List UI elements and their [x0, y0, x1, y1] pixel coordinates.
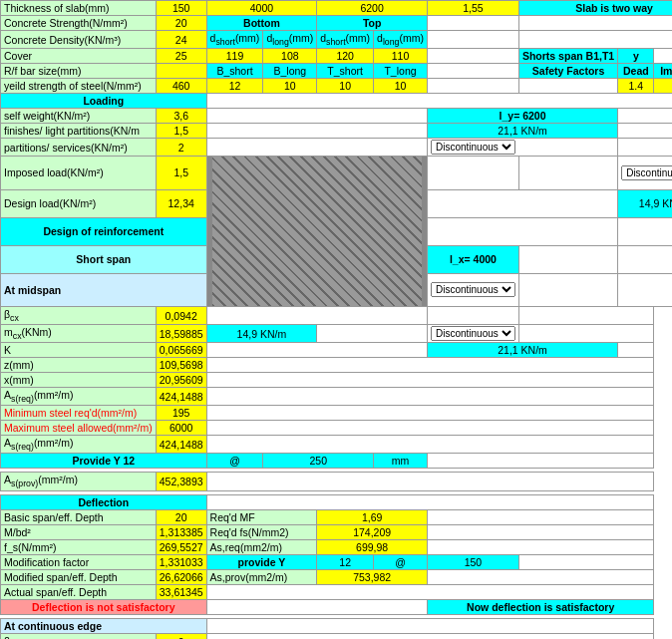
t-long-val: 10: [374, 79, 428, 94]
safety-factors-label: Safety Factors: [518, 64, 617, 79]
as-req2-label: As(req)(mm²/m): [1, 436, 157, 454]
empty49: [206, 618, 654, 633]
self-weight-val: 3,6: [156, 109, 206, 124]
bottom-label: Bottom: [206, 16, 317, 31]
empty29: [317, 325, 428, 343]
disc-dropdown2[interactable]: Discontinuous Continuous: [431, 282, 515, 297]
disc-dropdown1-cell[interactable]: Discontinuous Continuous: [427, 139, 617, 157]
req-fs-label: Req'd fs(N/mm2): [206, 524, 317, 539]
empty48: [206, 599, 427, 614]
at-sym: @: [206, 454, 263, 469]
disc-dropdown1[interactable]: Discontinuous Continuous: [431, 140, 515, 155]
as-req-defl-val: 699,98: [317, 539, 428, 554]
loading-header: Loading: [1, 94, 207, 109]
disc-right-dropdown-cell[interactable]: Discontinuous Continuous: [618, 157, 672, 190]
max-steel-label: Maximum steel allowed(mm²/m): [1, 421, 157, 436]
not-satisfactory: Deflection is not satisfactory: [1, 599, 207, 614]
conc-strength-label: Concrete Strength(N/mm²): [1, 16, 157, 31]
mbd2-label: M/bd²: [1, 524, 157, 539]
ly-kn: 21,1 KN/m: [427, 124, 617, 139]
t-short-val: 10: [317, 79, 374, 94]
empty23: [618, 245, 672, 273]
empty9: [518, 79, 617, 94]
as-prov-val: 452,3893: [156, 473, 206, 490]
empty3: [427, 31, 518, 49]
empty47: [206, 584, 654, 599]
disc-dropdown2-cell[interactable]: Discontinuous Continuous: [427, 273, 518, 307]
imposed-load-val: 1,5: [156, 157, 206, 190]
fs-label: f_s(N/mm²): [1, 539, 157, 554]
empty5: [427, 49, 518, 64]
z-val: 109,5698: [156, 358, 206, 373]
empty22: [518, 245, 617, 273]
conc-density-label: Concrete Density(KN/m³): [1, 31, 157, 49]
empty50: [206, 633, 654, 639]
satisfactory: Now deflection is satisfactory: [427, 599, 653, 614]
max-steel-val: 6000: [156, 421, 206, 436]
b-long-label: B_long: [263, 64, 317, 79]
cover-label: Cover: [1, 49, 157, 64]
req-mf-val: 1,69: [317, 509, 428, 524]
empty21: [618, 217, 672, 245]
provide-defl-label: provide Y: [206, 554, 317, 569]
bx-cont-label: βcx: [1, 633, 157, 639]
mm-label: mm: [374, 454, 428, 469]
finishes-label: finishes/ light partitions(KN/m: [1, 124, 157, 139]
mod-label: Modification factor: [1, 554, 157, 569]
empty17: [427, 157, 518, 190]
empty41: [206, 494, 654, 509]
req-fs-val: 174,209: [317, 524, 428, 539]
imposed-label: Imposed: [654, 64, 672, 79]
empty38: [206, 436, 654, 454]
empty45: [518, 554, 653, 569]
empty27: [427, 307, 518, 325]
k-val: 0,065669: [156, 343, 206, 358]
empty35: [206, 388, 654, 406]
empty4: [518, 31, 672, 49]
mc-right-val: 14,9 KN/m: [618, 189, 672, 217]
b-short-label: B_short: [206, 64, 263, 79]
empty13: [206, 124, 427, 139]
dlong-col2-label: dlong(mm): [374, 31, 428, 49]
empty12: [618, 109, 672, 124]
finishes-val: 1,5: [156, 124, 206, 139]
as-prov-defl-label: As,prov(mm2/m): [206, 569, 317, 584]
basic-label: Basic span/eff. Depth: [1, 509, 157, 524]
top-label: Top: [317, 16, 428, 31]
empty30: [518, 325, 653, 343]
mx-label: mcx(KNm): [1, 325, 157, 343]
empty43: [427, 524, 653, 539]
z-label: z(mm): [1, 358, 157, 373]
disc-bottom-dropdown-cell[interactable]: Discontinuous Continuous: [427, 325, 518, 343]
disc-right-dropdown[interactable]: Discontinuous Continuous: [621, 165, 672, 180]
x-label: x(mm): [1, 373, 157, 388]
b-long-val: 10: [263, 79, 317, 94]
empty25: [618, 273, 672, 307]
y-label: y: [618, 49, 654, 64]
empty33: [206, 358, 654, 373]
ly-value: 6200: [317, 1, 428, 16]
partitions-label: partitions/ services(KN/m²): [1, 139, 157, 157]
b-short-val: 12: [206, 79, 263, 94]
slab-image: [206, 157, 427, 307]
thickness-value: 150: [156, 1, 206, 16]
empty40: [206, 473, 654, 490]
empty10: [206, 94, 672, 109]
short-span-header: Short span: [1, 245, 207, 273]
empty14: [618, 124, 672, 139]
at-defl-label: @: [374, 554, 428, 569]
dead-val: 1.4: [618, 79, 654, 94]
lx-value: 4000: [206, 1, 317, 16]
empty15: [206, 139, 427, 157]
dshort-col1-label: dshort(mm): [206, 31, 263, 49]
empty24: [518, 273, 617, 307]
disc-bottom-dropdown[interactable]: Discontinuous Continuous: [431, 326, 515, 341]
empty1: [427, 16, 518, 31]
thickness-label: Thickness of slab(mm): [1, 1, 157, 16]
as-req-label: As(req)(mm²/m): [1, 388, 157, 406]
cover-value: 25: [156, 49, 206, 64]
conc-density-value: 24: [156, 31, 206, 49]
provide-row: Provide Y 12: [1, 454, 207, 469]
as-req-defl-label: As,req(mm2/m): [206, 539, 317, 554]
lx-short-val: 119: [206, 49, 263, 64]
